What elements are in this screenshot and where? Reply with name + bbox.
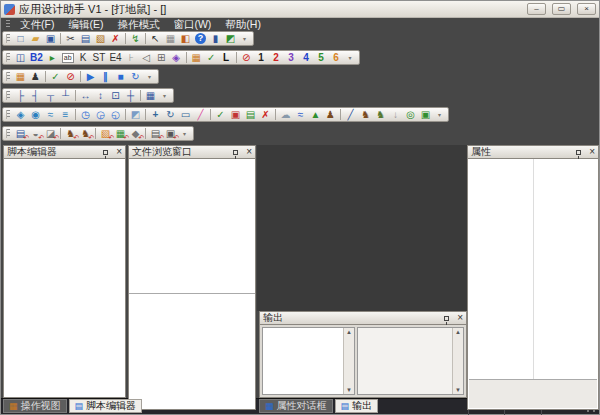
pause-icon[interactable]: ∥ [98,70,113,83]
clock3-icon[interactable]: ◵ [108,108,123,121]
align-right-icon[interactable]: ┤ [28,89,43,102]
disc2-icon[interactable]: ◉ [28,108,43,121]
ruler-icon[interactable]: ╱ [343,108,358,121]
close-button[interactable]: × [577,3,596,15]
pin-icon[interactable] [103,150,108,155]
speaker-icon[interactable]: ◁ [139,51,154,64]
tab-output[interactable]: ▤ 输出 [335,399,379,413]
script-page1-icon[interactable]: ▤ [148,127,163,140]
output-list[interactable]: ▲ ▼ [262,327,355,395]
arrow-icon[interactable]: ▸ [45,51,60,64]
refresh-icon[interactable]: ↯ [128,32,143,45]
runner-icon[interactable]: ♟ [28,70,43,83]
cursor-icon[interactable]: ↖ [148,32,163,45]
rotate-icon[interactable]: ↻ [163,108,178,121]
splitter[interactable] [129,293,255,294]
open-icon[interactable]: ▰ [28,32,43,45]
clock2-icon[interactable]: ◶ [93,108,108,121]
pin-icon[interactable] [576,150,581,155]
copy-icon[interactable]: ▤ [78,32,93,45]
image-icon[interactable]: ▤ [243,108,258,121]
scroll-down-icon[interactable]: ▼ [346,387,352,393]
scroll-down-icon[interactable]: ▼ [455,387,461,393]
waves-icon[interactable]: ≈ [43,108,58,121]
b2-button[interactable]: B2 [28,51,45,64]
stop-circle-icon[interactable]: ⊘ [63,70,78,83]
scroll-up-icon[interactable]: ▲ [455,329,461,335]
close-icon[interactable]: × [457,313,463,323]
menu-file[interactable]: 文件(F) [13,18,61,31]
disable-icon[interactable]: ⊘ [239,51,254,64]
device-icon[interactable]: ▮ [208,32,223,45]
script-diamond-icon[interactable]: ◆ [128,127,143,140]
palette-icon[interactable]: ◩ [223,32,238,45]
scroll-up-icon[interactable]: ▲ [346,329,352,335]
move-icon[interactable]: + [148,108,163,121]
transform-icon[interactable]: ◈ [169,51,184,64]
align-top-icon[interactable]: ┬ [43,89,58,102]
window-icon[interactable]: ◫ [13,51,28,64]
check-icon[interactable]: ✓ [213,108,228,121]
same-height-icon[interactable]: ↕ [93,89,108,102]
save-icon[interactable]: ▣ [43,32,58,45]
layout-grid-icon[interactable]: ▦ [13,70,28,83]
animal1-icon[interactable]: ♞ [358,108,373,121]
st-button[interactable]: ST [91,51,108,64]
sea-icon[interactable]: ≈ [293,108,308,121]
paste-icon[interactable]: ▧ [93,32,108,45]
close-icon[interactable]: × [246,147,252,157]
spacing-icon[interactable]: ┼ [123,89,138,102]
layers-icon[interactable]: ≡ [58,108,73,121]
delete-x-icon[interactable]: ✗ [258,108,273,121]
tab-script-editor[interactable]: ▤ 脚本编辑器 [69,399,143,413]
script-page2-icon[interactable]: ▣ [163,127,178,140]
menu-help[interactable]: 帮助(H) [218,18,268,31]
check-icon[interactable]: ✓ [204,51,219,64]
disc-icon[interactable]: ◈ [13,108,28,121]
minimize-button[interactable]: – [527,3,546,15]
green-square-icon[interactable]: ▣ [418,108,433,121]
rect-icon[interactable]: ▭ [178,108,193,121]
properties-grid[interactable] [467,159,599,410]
num-4-button[interactable]: 4 [299,51,314,64]
num-2-button[interactable]: 2 [269,51,284,64]
num-1-button[interactable]: 1 [254,51,269,64]
delete-icon[interactable]: ✗ [108,32,123,45]
hourglass-icon[interactable]: ◩ [128,108,143,121]
cube-icon[interactable]: ▣ [228,108,243,121]
animal2-icon[interactable]: ♞ [373,108,388,121]
restore-button[interactable]: ▭ [552,3,571,15]
script-monkey2-icon[interactable]: ♞ [78,127,93,140]
scrollbar[interactable]: ▲ ▼ [452,328,463,394]
grid-icon[interactable]: ▦ [163,32,178,45]
same-width-icon[interactable]: ↔ [78,89,93,102]
new-icon[interactable]: □ [13,32,28,45]
help-icon[interactable]: ? [193,32,208,45]
cloud-icon[interactable]: ☁ [278,108,293,121]
clock1-icon[interactable]: ◷ [78,108,93,121]
script-record-icon[interactable]: ◒ [28,127,43,140]
cut-icon[interactable]: ✂ [63,32,78,45]
menu-edit[interactable]: 编辑(E) [61,18,110,31]
chart-icon[interactable]: ◧ [178,32,193,45]
menu-operation-mode[interactable]: 操作模式 [110,18,166,31]
target-icon[interactable]: ◎ [403,108,418,121]
check-icon[interactable]: ✓ [48,70,63,83]
num-6-button[interactable]: 6 [329,51,344,64]
ab-button[interactable]: ab [60,51,76,64]
script-capture-icon[interactable]: ◪ [43,127,58,140]
pin-icon[interactable] [444,316,449,321]
k-button[interactable]: K [76,51,91,64]
mountain-icon[interactable]: ▲ [308,108,323,121]
align-bottom-icon[interactable]: ┴ [58,89,73,102]
num-5-button[interactable]: 5 [314,51,329,64]
pin-icon[interactable] [233,150,238,155]
script-import-icon[interactable]: ▤ [13,127,28,140]
image-icon[interactable]: ⊞ [154,51,169,64]
e4-button[interactable]: E4 [107,51,123,64]
output-log[interactable]: ▲ ▼ [357,327,464,395]
wand-icon[interactable]: ╱ [193,108,208,121]
play-icon[interactable]: ▶ [83,70,98,83]
person-icon[interactable]: ♟ [323,108,338,121]
layout-grid-icon[interactable]: ▦ [189,51,204,64]
